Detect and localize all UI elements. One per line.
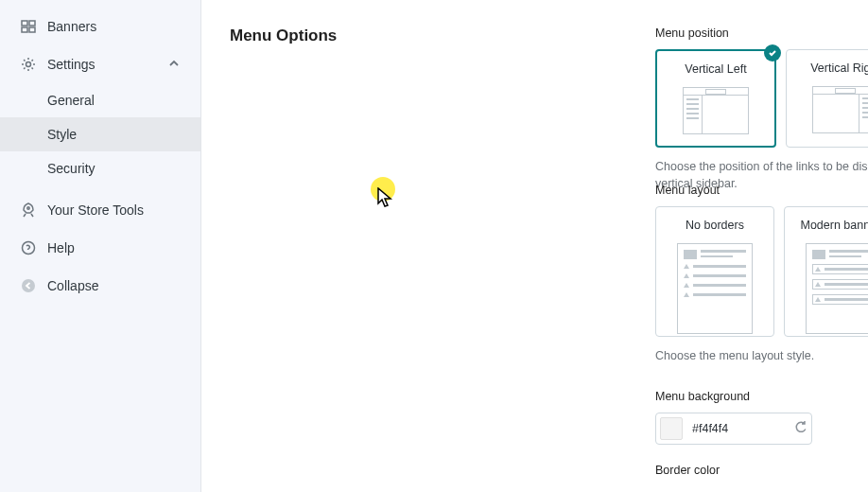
help-icon — [21, 240, 47, 255]
menu-background-section: Menu background #f4f4f4 — [655, 390, 868, 445]
sidebar-subitem-general[interactable]: General — [0, 83, 200, 117]
svg-point-7 — [22, 279, 35, 292]
option-label: Vertical Left — [665, 62, 767, 76]
svg-rect-3 — [29, 27, 35, 32]
option-modern-banners[interactable]: Modern banners — [784, 206, 868, 337]
menu-layout-section: Menu layout No borders Modern banners — [655, 184, 868, 365]
layout-preview — [812, 86, 868, 133]
color-swatch[interactable] — [660, 417, 683, 440]
menu-layout-desc: Choose the menu layout style. — [655, 348, 868, 365]
menu-background-label: Menu background — [655, 390, 868, 403]
sidebar-item-store-tools[interactable]: Your Store Tools — [0, 191, 200, 229]
collapse-icon — [21, 278, 47, 293]
option-vertical-left[interactable]: Vertical Left — [655, 49, 776, 148]
menu-position-section: Menu position Vertical Left Vertical Rig… — [655, 26, 868, 192]
menu-layout-label: Menu layout — [655, 184, 868, 197]
banners-icon — [21, 19, 47, 34]
sidebar-item-settings[interactable]: Settings — [0, 45, 200, 83]
menu-position-label: Menu position — [655, 26, 868, 40]
svg-point-4 — [26, 62, 31, 67]
layout-preview — [677, 243, 753, 334]
sidebar-item-collapse[interactable]: Collapse — [0, 267, 200, 305]
border-color-section: Border color — [655, 464, 868, 486]
chevron-up-icon — [168, 57, 180, 72]
option-label: No borders — [664, 219, 766, 232]
svg-rect-1 — [29, 21, 35, 26]
option-label: Vertical Right — [794, 62, 868, 75]
sidebar-item-label: Collapse — [47, 278, 98, 293]
sidebar-item-help[interactable]: Help — [0, 229, 200, 267]
layout-preview — [683, 87, 749, 134]
svg-rect-0 — [22, 21, 27, 26]
option-no-borders[interactable]: No borders — [655, 206, 774, 337]
sidebar-item-label: Settings — [47, 57, 95, 72]
sidebar-item-label: Banners — [47, 19, 96, 34]
sidebar-item-banners[interactable]: Banners — [0, 8, 200, 45]
check-icon — [764, 44, 781, 62]
svg-rect-2 — [22, 27, 27, 32]
sidebar: Banners Settings General Style Security … — [0, 0, 201, 492]
layout-preview — [806, 243, 868, 334]
option-label: Modern banners — [792, 219, 868, 232]
reset-icon[interactable] — [794, 420, 807, 437]
border-color-label: Border color — [655, 464, 868, 477]
color-value: #f4f4f4 — [692, 422, 794, 435]
sidebar-item-label: Your Store Tools — [47, 202, 144, 218]
svg-point-5 — [27, 207, 29, 209]
sidebar-subitem-style[interactable]: Style — [0, 117, 200, 151]
gear-icon — [21, 57, 47, 72]
rocket-icon — [21, 202, 47, 218]
color-input[interactable]: #f4f4f4 — [655, 413, 812, 445]
sidebar-subitem-security[interactable]: Security — [0, 151, 200, 185]
sidebar-item-label: Help — [47, 240, 75, 255]
main-content: Menu Options Menu position Vertical Left… — [201, 0, 868, 492]
option-vertical-right[interactable]: Vertical Right — [786, 49, 868, 148]
